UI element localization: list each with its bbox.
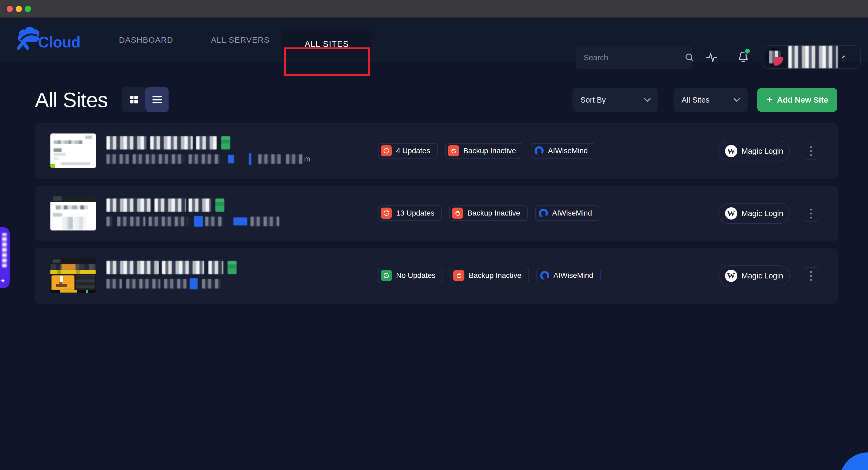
backup-label: Backup Inactive [467, 209, 520, 217]
aiwisemind-icon [539, 270, 550, 281]
activity-icon[interactable] [706, 52, 718, 63]
kebab-menu-button[interactable] [803, 205, 819, 222]
search-icon [684, 52, 695, 63]
site-filter-label: All Sites [682, 96, 733, 104]
brand-logo[interactable]: Cloud [16, 25, 77, 57]
site-thumbnail[interactable] [51, 196, 96, 231]
backup-badge[interactable]: Backup Inactive [451, 268, 529, 283]
magic-login-button[interactable]: W Magic Login [718, 141, 790, 162]
site-card: m 4 Updates Backup Inactive [35, 123, 838, 179]
integration-label: AIWiseMind [552, 209, 592, 217]
updates-refresh-icon [381, 207, 392, 219]
wordpress-icon: W [725, 270, 737, 282]
updates-badge[interactable]: 13 Updates [378, 205, 442, 221]
wordpress-green-icon [215, 199, 224, 212]
zoom-window-button[interactable] [25, 6, 31, 12]
add-new-site-button[interactable]: + Add New Site [757, 88, 837, 112]
integration-label: AIWiseMind [554, 271, 593, 280]
site-name-redacted [106, 199, 224, 212]
nav-dashboard[interactable]: DASHBOARD [119, 18, 174, 62]
close-window-button[interactable] [7, 6, 13, 12]
page-title: All Sites [35, 88, 108, 112]
site-subtext-redacted [106, 279, 221, 289]
sparkle-icon: ✦ [0, 277, 6, 284]
updates-badge[interactable]: 4 Updates [378, 143, 438, 159]
wordpress-icon: W [725, 207, 737, 220]
backup-badge[interactable]: Backup Inactive [449, 205, 528, 221]
updates-refresh-icon [381, 270, 392, 281]
view-toggle-group [122, 87, 168, 112]
notification-dot [744, 48, 751, 54]
grid-view-icon [129, 95, 139, 105]
integration-badge[interactable]: AIWiseMind [536, 268, 601, 283]
kebab-menu-button[interactable] [803, 267, 819, 284]
site-thumbnail[interactable] [51, 258, 96, 293]
site-name-redacted [106, 261, 237, 274]
xcloud-cloud-icon [16, 25, 39, 54]
magic-login-button[interactable]: W Magic Login [718, 203, 790, 224]
notifications-bell-icon[interactable] [737, 50, 749, 62]
magic-login-label: Magic Login [742, 209, 783, 218]
aiwisemind-icon [533, 145, 545, 157]
updates-refresh-icon [381, 145, 392, 157]
updates-label: 4 Updates [396, 146, 430, 155]
integration-label: AIWiseMind [548, 146, 588, 155]
add-new-site-label: Add New Site [777, 95, 828, 104]
updates-badge[interactable]: No Updates [378, 268, 443, 283]
updates-label: No Updates [396, 271, 436, 280]
search-input[interactable] [576, 53, 684, 62]
chevron-down-icon [842, 55, 846, 59]
backup-badge[interactable]: Backup Inactive [445, 143, 524, 159]
plus-icon: + [766, 94, 773, 105]
badge-row: 4 Updates Backup Inactive [378, 143, 595, 159]
sort-by-dropdown[interactable]: Sort By [572, 88, 658, 112]
wordpress-green-icon [221, 136, 230, 149]
grid-view-toggle[interactable] [122, 87, 145, 112]
list-view-toggle[interactable] [145, 87, 168, 112]
backup-label: Backup Inactive [463, 146, 516, 155]
magic-login-label: Magic Login [742, 271, 783, 280]
wordpress-icon: W [725, 145, 737, 157]
updates-label: 13 Updates [396, 209, 434, 217]
wordpress-green-icon [227, 261, 237, 274]
app-window: Cloud DASHBOARD ALL SERVERS ALL SITES [0, 0, 868, 470]
sort-by-label: Sort By [581, 96, 644, 104]
titlebar [0, 0, 868, 18]
backup-label: Backup Inactive [469, 271, 522, 280]
search-box[interactable] [576, 46, 692, 69]
user-menu[interactable] [762, 45, 861, 69]
backup-sync-icon [448, 145, 459, 157]
chevron-down-icon [733, 98, 740, 102]
integration-badge[interactable]: AIWiseMind [535, 205, 599, 221]
kebab-menu-button[interactable] [803, 142, 819, 160]
site-subtext-redacted [106, 216, 279, 226]
promo-tab-text-redacted [2, 233, 7, 267]
badge-row: 13 Updates Backup Inactive [378, 205, 599, 221]
site-subtext-redacted: m [106, 154, 310, 164]
magic-login-label: Magic Login [742, 147, 783, 156]
brand-name: Cloud [38, 33, 80, 51]
integration-badge[interactable]: AIWiseMind [531, 143, 595, 159]
avatar [765, 48, 783, 66]
user-name-redacted [788, 46, 838, 68]
nav-all-servers[interactable]: ALL SERVERS [211, 18, 270, 62]
backup-sync-icon [452, 207, 463, 219]
site-card: No Updates Backup Inactive [35, 248, 838, 304]
chevron-down-icon [644, 98, 651, 102]
site-subtext-suffix: m [304, 155, 310, 163]
magic-login-button[interactable]: W Magic Login [718, 265, 790, 286]
annotation-highlight-box [284, 47, 370, 76]
aiwisemind-icon [538, 207, 549, 219]
minimize-window-button[interactable] [16, 6, 22, 12]
site-card: 13 Updates Backup Inactive [35, 186, 838, 241]
badge-row: No Updates Backup Inactive [378, 268, 601, 283]
site-name-redacted [106, 136, 230, 149]
list-view-icon [152, 95, 163, 104]
header: Cloud DASHBOARD ALL SERVERS ALL SITES [0, 18, 868, 62]
backup-sync-icon [453, 270, 464, 281]
promo-side-tab[interactable]: ✦ [0, 227, 9, 288]
chat-fab-button[interactable] [840, 452, 868, 470]
site-filter-dropdown[interactable]: All Sites [674, 88, 748, 112]
avatar-badge [774, 57, 783, 66]
site-thumbnail[interactable] [51, 133, 96, 168]
